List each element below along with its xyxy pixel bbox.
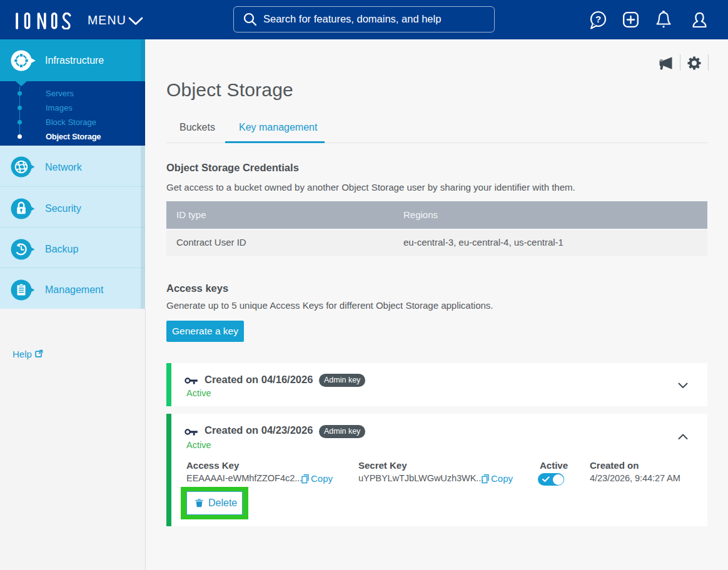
svg-text:?: ? (595, 14, 601, 24)
